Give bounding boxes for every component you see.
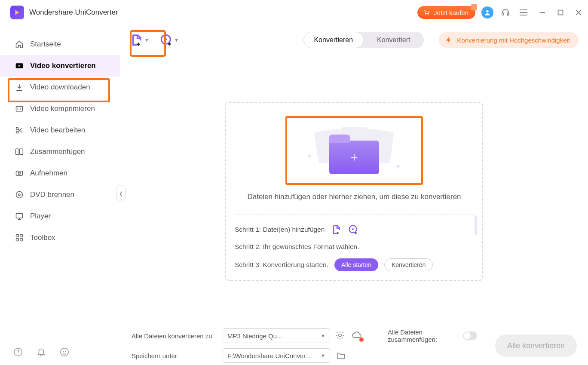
convert-all-button[interactable]: Alle konvertieren <box>495 334 577 357</box>
disc-add-icon <box>160 34 172 46</box>
disc-icon <box>15 190 24 199</box>
sidebar-item-label: Aufnehmen <box>30 169 67 178</box>
record-icon <box>15 169 24 178</box>
close-button[interactable] <box>575 9 582 16</box>
sidebar-item-edit[interactable]: Video bearbeiten <box>0 120 120 141</box>
svg-rect-3 <box>502 12 504 15</box>
open-folder-button[interactable] <box>335 350 346 361</box>
svg-point-0 <box>426 14 426 15</box>
sidebar-item-toolbox[interactable]: Toolbox <box>0 227 120 248</box>
svg-rect-24 <box>20 235 23 237</box>
output-format-value: MP3 Niedrige Qu... <box>227 332 282 340</box>
svg-point-1 <box>428 14 429 15</box>
sidebar-item-label: Toolbox <box>30 233 55 242</box>
highspeed-label: Konvertierung mit Hochgeschwindigkeit <box>457 37 570 44</box>
output-format-select[interactable]: MP3 Niedrige Qu... ▼ <box>223 328 330 343</box>
sidebar-item-label: DVD brennen <box>30 190 74 199</box>
steps: Schritt 1: Datei(en) hinzufügen Schritt … <box>235 214 474 271</box>
drop-area-wrapper: ✦ ✦ ＋ Dateien hinzufügen oder hierher zi… <box>120 55 588 318</box>
svg-rect-16 <box>16 149 19 154</box>
sidebar-item-download[interactable]: Video downloaden <box>0 77 120 98</box>
sidebar-item-label: Zusammenfügen <box>30 147 85 156</box>
merge-control: Alle Dateien zusammenfügen: <box>388 328 477 343</box>
toolbar-left: ▼ ▼ <box>130 34 179 46</box>
svg-rect-17 <box>20 149 23 154</box>
cloud-warning-icon[interactable] <box>352 331 362 341</box>
step2-label: Schritt 2: Ihr gewünschtes Format wählen… <box>235 243 359 251</box>
buy-label: Jetzt kaufen <box>434 9 469 16</box>
body: Startseite Video konvertieren Video down… <box>0 25 588 365</box>
drop-zone: ✦ ✦ ＋ Dateien hinzufügen oder hierher zi… <box>225 102 483 281</box>
sidebar-item-label: Player <box>30 212 51 221</box>
highspeed-chip[interactable]: Konvertierung mit Hochgeschwindigkeit <box>439 32 579 48</box>
svg-rect-23 <box>16 235 19 237</box>
svg-rect-9 <box>558 10 563 15</box>
chevron-down-icon: ▼ <box>321 333 325 338</box>
step1-label: Schritt 1: Datei(en) hinzufügen <box>235 226 325 233</box>
tab-bar: Konvertieren Konvertiert <box>303 32 424 48</box>
svg-point-29 <box>61 348 68 356</box>
format-extra-icons <box>335 331 383 341</box>
cart-icon <box>423 9 430 16</box>
folder-illustration: ✦ ✦ ＋ <box>315 127 393 174</box>
svg-rect-13 <box>16 106 23 111</box>
sidebar-item-compress[interactable]: Video komprimieren <box>0 98 120 120</box>
drop-text: Dateien hinzufügen oder hierher ziehen, … <box>247 193 461 201</box>
buy-button[interactable]: Jetzt kaufen <box>417 6 475 19</box>
save-path-select[interactable]: F:\Wondershare UniConverter 1 ▼ <box>223 348 330 363</box>
bell-icon[interactable] <box>36 347 46 357</box>
file-add-icon[interactable] <box>331 224 342 235</box>
sidebar-item-home[interactable]: Startseite <box>0 34 120 55</box>
svg-rect-22 <box>16 213 23 218</box>
add-files-hero[interactable]: ✦ ✦ ＋ <box>285 116 423 185</box>
svg-point-28 <box>18 354 18 355</box>
toolbox-icon <box>15 233 24 242</box>
app-title: Wondershare UniConverter <box>29 8 118 17</box>
sidebar-item-label: Video konvertieren <box>30 61 96 70</box>
svg-rect-18 <box>16 171 23 175</box>
scrollbar[interactable] <box>475 215 477 235</box>
titlebar: Wondershare UniConverter Jetzt kaufen <box>0 0 588 25</box>
tab-convert[interactable]: Konvertieren <box>303 32 364 48</box>
scissors-icon <box>15 126 24 135</box>
step-2: Schritt 2: Ihr gewünschtes Format wählen… <box>235 243 474 251</box>
svg-rect-25 <box>16 239 19 241</box>
gear-icon[interactable] <box>335 331 345 341</box>
chevron-down-icon: ▼ <box>174 37 179 43</box>
sidebar-item-player[interactable]: Player <box>0 206 120 227</box>
bolt-icon <box>445 36 453 44</box>
convert-to-label: Alle Dateien konvertieren zu: <box>132 332 217 340</box>
help-icon[interactable] <box>13 347 23 357</box>
step-1: Schritt 1: Datei(en) hinzufügen <box>235 224 474 235</box>
menu-icon[interactable] <box>518 6 530 18</box>
sidebar-item-label: Video downloaden <box>30 83 90 92</box>
sidebar-item-dvd[interactable]: DVD brennen <box>0 184 120 206</box>
single-convert-button[interactable]: Konvertieren <box>384 258 433 271</box>
toolbar: ▼ ▼ Konvertieren Konvertiert Konvertieru… <box>120 25 588 55</box>
svg-point-21 <box>18 194 20 196</box>
maximize-button[interactable] <box>557 9 564 16</box>
user-avatar-button[interactable] <box>481 6 493 18</box>
sidebar-item-label: Video komprimieren <box>30 104 95 113</box>
svg-point-31 <box>65 351 66 352</box>
start-all-button[interactable]: Alle starten <box>334 258 378 271</box>
feedback-icon[interactable] <box>59 347 70 357</box>
home-icon <box>15 40 24 49</box>
sidebar-item-record[interactable]: Aufnehmen <box>0 163 120 184</box>
main-area: ▼ ▼ Konvertieren Konvertiert Konvertieru… <box>120 25 588 365</box>
disc-add-icon[interactable] <box>348 224 359 235</box>
svg-point-36 <box>339 334 341 336</box>
svg-point-19 <box>18 172 21 175</box>
save-to-label: Speichern unter: <box>132 352 217 359</box>
video-convert-icon <box>15 61 24 71</box>
merge-toggle[interactable] <box>463 331 477 340</box>
window-controls <box>539 9 582 16</box>
sidebar-item-convert[interactable]: Video konvertieren <box>0 55 120 77</box>
add-file-button[interactable]: ▼ <box>130 34 149 46</box>
sidebar-item-merge[interactable]: Zusammenfügen <box>0 141 120 163</box>
minimize-button[interactable] <box>539 9 546 16</box>
svg-point-33 <box>165 39 167 41</box>
support-icon[interactable] <box>499 6 511 18</box>
tab-converted[interactable]: Konvertiert <box>364 32 424 48</box>
add-disc-button[interactable]: ▼ <box>160 34 179 46</box>
